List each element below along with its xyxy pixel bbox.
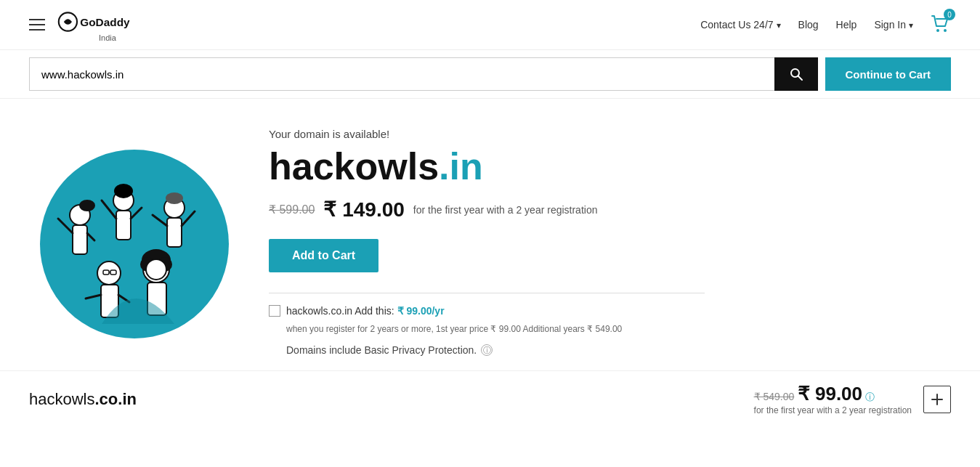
bottom-section: hackowls.co.in ₹ 549.00 ₹ 99.00 ⓘ for th… xyxy=(0,370,980,427)
logo-wrap[interactable]: GoDaddy India xyxy=(57,7,158,42)
search-bar: Continue to Cart xyxy=(0,50,980,99)
illustration-svg xyxy=(29,128,240,338)
domain-illustration xyxy=(29,128,240,341)
pricing-row: ₹ 599.00 ₹ 149.00 for the first year wit… xyxy=(269,198,705,222)
price-note: for the first year with a 2 year registr… xyxy=(413,204,598,216)
divider xyxy=(269,293,705,293)
svg-point-33 xyxy=(114,184,133,198)
addon-row: hackowls.co.in Add this: ₹ 99.00/yr xyxy=(269,305,705,317)
addon-price: ₹ 99.00/yr xyxy=(397,305,445,317)
bottom-price-note: for the first year with a 2 year registr… xyxy=(754,405,912,415)
addon-note: when you register for 2 years or more, 1… xyxy=(269,324,705,334)
continue-to-cart-button[interactable]: Continue to Cart xyxy=(825,57,952,91)
domain-base: hackowls xyxy=(269,145,439,187)
svg-rect-16 xyxy=(167,218,182,247)
header-left: GoDaddy India xyxy=(29,7,158,42)
bottom-domain-base: hackowls xyxy=(29,390,94,408)
svg-point-2 xyxy=(936,29,939,32)
privacy-info-icon[interactable]: ⓘ xyxy=(481,344,493,356)
bottom-right: ₹ 549.00 ₹ 99.00 ⓘ for the first year wi… xyxy=(754,383,951,415)
addon-label: hackowls.co.in Add this: ₹ 99.00/yr xyxy=(286,305,445,317)
privacy-text: Domains include Basic Privacy Protection… xyxy=(286,344,477,356)
svg-text:GoDaddy: GoDaddy xyxy=(80,16,130,28)
bottom-sale-price: ₹ 99.00 xyxy=(798,383,862,405)
nav-signin[interactable]: Sign In xyxy=(874,19,913,31)
nav-blog[interactable]: Blog xyxy=(798,19,819,31)
plus-icon xyxy=(931,393,944,406)
svg-point-34 xyxy=(166,192,183,204)
svg-line-5 xyxy=(798,76,802,81)
bottom-add-to-cart-button[interactable] xyxy=(923,386,951,413)
contact-chevron-icon xyxy=(777,19,781,31)
sale-price: ₹ 149.00 xyxy=(323,198,404,222)
svg-point-32 xyxy=(79,200,95,211)
privacy-row: Domains include Basic Privacy Protection… xyxy=(269,344,705,356)
search-input[interactable] xyxy=(29,57,774,91)
svg-point-30 xyxy=(146,259,166,280)
bottom-pricing: ₹ 549.00 ₹ 99.00 ⓘ for the first year wi… xyxy=(754,383,912,415)
domain-tld: .in xyxy=(439,145,483,187)
bottom-domain-name: hackowls.co.in xyxy=(29,390,137,409)
svg-point-3 xyxy=(944,29,947,32)
addon-checkbox[interactable] xyxy=(269,305,280,317)
search-icon xyxy=(789,67,803,81)
logo-country: India xyxy=(99,33,116,42)
add-to-cart-button[interactable]: Add to Cart xyxy=(269,239,378,272)
bottom-original-price: ₹ 549.00 xyxy=(754,391,795,402)
svg-rect-12 xyxy=(116,211,131,240)
signin-chevron-icon xyxy=(909,19,913,31)
hamburger-menu[interactable] xyxy=(29,19,45,31)
search-button[interactable] xyxy=(774,57,818,91)
domain-info: Your domain is available! hackowls.in ₹ … xyxy=(269,128,705,356)
original-price: ₹ 599.00 xyxy=(269,203,315,216)
bottom-info-icon[interactable]: ⓘ xyxy=(865,391,875,402)
svg-rect-8 xyxy=(73,225,87,254)
godaddy-logo: GoDaddy xyxy=(57,7,158,36)
header-nav: Contact Us 24/7 Blog Help Sign In 0 xyxy=(700,13,951,36)
cart-badge: 0 xyxy=(944,9,955,20)
bottom-domain-tld: .co.in xyxy=(94,390,136,408)
domain-name: hackowls.in xyxy=(269,146,705,187)
nav-help[interactable]: Help xyxy=(836,19,857,31)
cart-button[interactable]: 0 xyxy=(931,13,951,36)
availability-text: Your domain is available! xyxy=(269,128,705,140)
main-content: Your domain is available! hackowls.in ₹ … xyxy=(0,99,980,370)
site-header: GoDaddy India Contact Us 24/7 Blog Help … xyxy=(0,0,980,50)
nav-contact[interactable]: Contact Us 24/7 xyxy=(700,19,780,31)
